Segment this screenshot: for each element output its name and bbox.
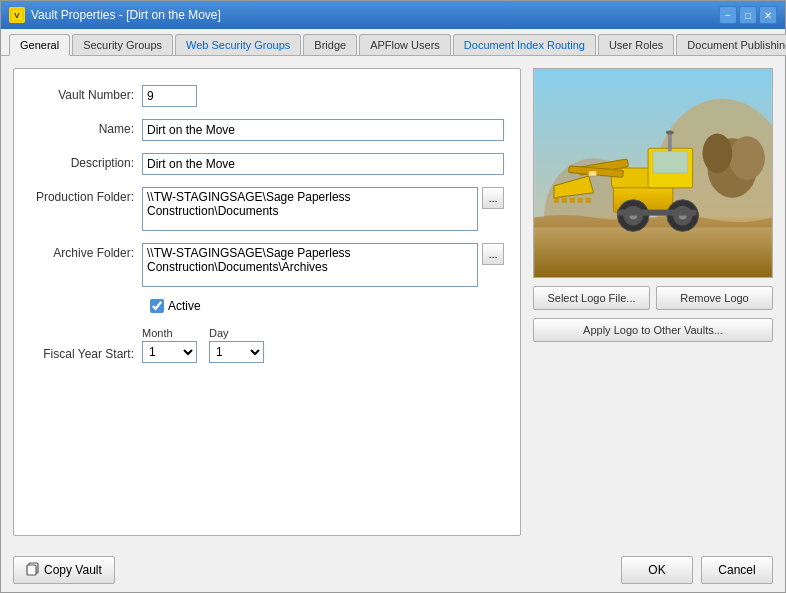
ok-cancel-row: OK Cancel	[621, 556, 773, 584]
logo-image	[534, 69, 772, 277]
right-section: Select Logo File... Remove Logo Apply Lo…	[533, 68, 773, 536]
window-title: Vault Properties - [Dirt on the Move]	[31, 8, 221, 22]
archive-folder-label: Archive Folder:	[22, 243, 142, 260]
archive-folder-container: \\TW-STAGINGSAGE\Sage Paperless Construc…	[142, 243, 504, 287]
title-bar-controls: − □ ✕	[719, 6, 777, 24]
svg-text:V: V	[14, 11, 20, 20]
logo-preview	[533, 68, 773, 278]
description-label: Description:	[22, 153, 142, 170]
content-area: Vault Number: Name: Description: Product…	[1, 56, 785, 548]
description-input[interactable]	[142, 153, 504, 175]
title-bar: V Vault Properties - [Dirt on the Move] …	[1, 1, 785, 29]
active-row: Active	[22, 299, 504, 313]
production-folder-browse-button[interactable]: ...	[482, 187, 504, 209]
tab-bridge[interactable]: Bridge	[303, 34, 357, 55]
apply-logo-button[interactable]: Apply Logo to Other Vaults...	[533, 318, 773, 342]
month-select[interactable]: 1 2 3 4 5 6 7 8 9 10 11	[142, 341, 197, 363]
month-label: Month	[142, 327, 197, 339]
main-panel: Vault Number: Name: Description: Product…	[13, 68, 773, 536]
svg-rect-15	[554, 198, 559, 203]
select-logo-button[interactable]: Select Logo File...	[533, 286, 650, 310]
ok-button[interactable]: OK	[621, 556, 693, 584]
svg-rect-29	[589, 171, 597, 176]
name-label: Name:	[22, 119, 142, 136]
fiscal-controls: Month 1 2 3 4 5 6 7 8 9 1	[142, 327, 264, 363]
tab-user-roles[interactable]: User Roles	[598, 34, 674, 55]
production-folder-row: Production Folder: \\TW-STAGINGSAGE\Sage…	[22, 187, 504, 231]
archive-folder-browse-button[interactable]: ...	[482, 243, 504, 265]
svg-rect-31	[27, 565, 36, 575]
day-select[interactable]: 1 2 3 4 5	[209, 341, 264, 363]
minimize-button[interactable]: −	[719, 6, 737, 24]
app-icon: V	[9, 7, 25, 23]
main-window: V Vault Properties - [Dirt on the Move] …	[0, 0, 786, 593]
production-folder-container: \\TW-STAGINGSAGE\Sage Paperless Construc…	[142, 187, 504, 231]
svg-rect-16	[562, 198, 567, 203]
svg-rect-26	[617, 210, 696, 216]
name-input[interactable]	[142, 119, 504, 141]
vault-number-label: Vault Number:	[22, 85, 142, 102]
description-row: Description:	[22, 153, 504, 175]
tab-web-security-groups[interactable]: Web Security Groups	[175, 34, 301, 55]
cancel-button[interactable]: Cancel	[701, 556, 773, 584]
remove-logo-button[interactable]: Remove Logo	[656, 286, 773, 310]
vault-number-input[interactable]	[142, 85, 197, 107]
tab-general[interactable]: General	[9, 34, 70, 56]
vault-number-row: Vault Number:	[22, 85, 504, 107]
production-folder-input[interactable]: \\TW-STAGINGSAGE\Sage Paperless Construc…	[142, 187, 478, 231]
svg-point-28	[666, 130, 674, 134]
fiscal-year-row: Fiscal Year Start: Month 1 2 3 4 5 6	[22, 327, 504, 363]
production-folder-label: Production Folder:	[22, 187, 142, 204]
svg-rect-12	[653, 151, 688, 173]
logo-button-row: Select Logo File... Remove Logo	[533, 286, 773, 310]
name-row: Name:	[22, 119, 504, 141]
form-section: Vault Number: Name: Description: Product…	[13, 68, 521, 536]
active-checkbox[interactable]	[150, 299, 164, 313]
copy-vault-label: Copy Vault	[44, 563, 102, 577]
bottom-bar: Copy Vault OK Cancel	[1, 548, 785, 592]
maximize-button[interactable]: □	[739, 6, 757, 24]
svg-rect-19	[586, 198, 591, 203]
active-label[interactable]: Active	[150, 299, 201, 313]
tab-document-publishing[interactable]: Document Publishing	[676, 34, 786, 55]
close-button[interactable]: ✕	[759, 6, 777, 24]
svg-point-7	[729, 136, 765, 180]
svg-rect-18	[578, 198, 583, 203]
svg-point-8	[703, 133, 733, 173]
tab-document-index-routing[interactable]: Document Index Routing	[453, 34, 596, 55]
fiscal-year-label: Fiscal Year Start:	[22, 327, 142, 361]
archive-folder-input[interactable]: \\TW-STAGINGSAGE\Sage Paperless Construc…	[142, 243, 478, 287]
day-label: Day	[209, 327, 264, 339]
tab-bar: General Security Groups Web Security Gro…	[1, 29, 785, 56]
svg-rect-27	[668, 133, 672, 151]
active-label-text: Active	[168, 299, 201, 313]
archive-folder-row: Archive Folder: \\TW-STAGINGSAGE\Sage Pa…	[22, 243, 504, 287]
tab-apflow-users[interactable]: APFlow Users	[359, 34, 451, 55]
copy-icon	[26, 562, 40, 579]
svg-rect-17	[570, 198, 575, 203]
title-bar-left: V Vault Properties - [Dirt on the Move]	[9, 7, 221, 23]
tab-security-groups[interactable]: Security Groups	[72, 34, 173, 55]
copy-vault-button[interactable]: Copy Vault	[13, 556, 115, 584]
day-group: Day 1 2 3 4 5	[209, 327, 264, 363]
month-group: Month 1 2 3 4 5 6 7 8 9 1	[142, 327, 197, 363]
